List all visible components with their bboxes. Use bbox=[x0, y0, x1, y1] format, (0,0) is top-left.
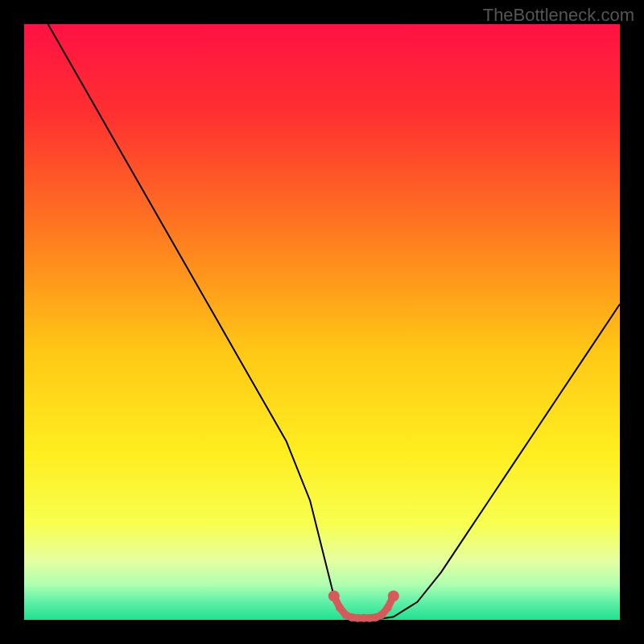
highlight-dot bbox=[388, 590, 399, 601]
highlight-dot bbox=[378, 611, 386, 619]
watermark-text: TheBottleneck.com bbox=[483, 5, 634, 26]
highlight-dot bbox=[328, 590, 340, 601]
highlight-dot bbox=[336, 604, 344, 612]
plot-background bbox=[24, 24, 620, 620]
chart-container: TheBottleneck.com bbox=[0, 0, 644, 644]
highlight-dot bbox=[383, 604, 391, 612]
chart-svg bbox=[0, 0, 644, 644]
